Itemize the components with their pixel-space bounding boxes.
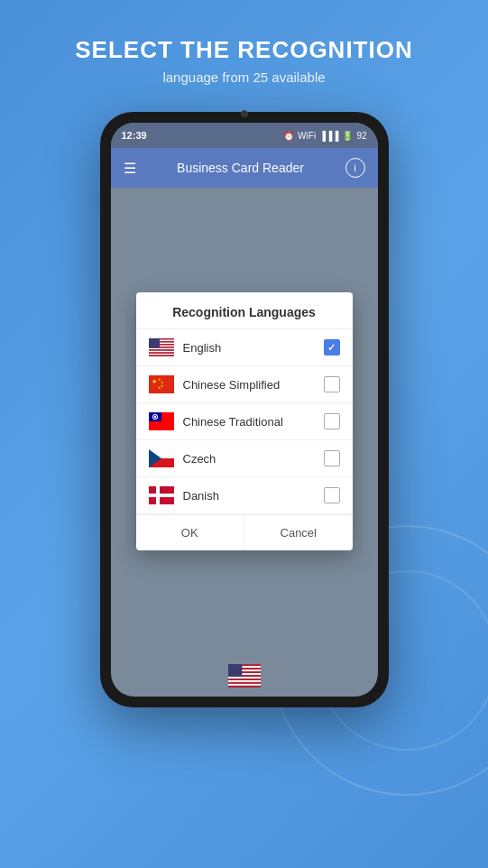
svg-rect-40 (228, 680, 261, 682)
battery-level: 92 (356, 131, 366, 141)
svg-rect-38 (228, 677, 261, 679)
svg-rect-39 (228, 679, 261, 680)
svg-rect-11 (149, 354, 174, 356)
signal-icon: ▐▐▐ (319, 131, 338, 141)
info-icon: i (354, 162, 355, 173)
checkbox-english[interactable] (324, 339, 340, 356)
language-name-chinese-traditional: Chinese Traditional (183, 415, 315, 429)
main-title: SELECT THE RECOGNITION (75, 36, 412, 64)
svg-rect-30 (149, 494, 174, 497)
language-list: English ★ ★ ★ ★ ★ Chinese Simp (136, 329, 353, 514)
dialog-buttons: OK Cancel (136, 514, 353, 550)
camera-dot (241, 110, 248, 117)
app-bar-title: Business Card Reader (145, 161, 336, 175)
app-bar: ☰ Business Card Reader i (111, 148, 378, 188)
flag-cz (149, 449, 174, 467)
flag-dk (149, 486, 174, 504)
battery-icon: 🔋 (342, 131, 353, 141)
recognition-dialog: Recognition Languages (136, 292, 353, 550)
language-name-english: English (183, 341, 315, 355)
language-name-danish: Danish (183, 489, 315, 503)
language-item-chinese-simplified[interactable]: ★ ★ ★ ★ ★ Chinese Simplified (136, 366, 353, 403)
svg-point-24 (153, 416, 155, 418)
svg-rect-13 (149, 338, 160, 348)
phone-frame: 12:39 ⏰ WiFi ▐▐▐ 🔋 92 ☰ Business Card Re… (100, 112, 389, 707)
flag-cn: ★ ★ ★ ★ ★ (149, 375, 174, 393)
alarm-icon: ⏰ (283, 131, 294, 141)
svg-rect-12 (149, 355, 174, 356)
svg-rect-42 (228, 684, 261, 686)
screen-content: Recognition Languages (111, 188, 378, 655)
cancel-button[interactable]: Cancel (244, 515, 353, 550)
status-bar: 12:39 ⏰ WiFi ▐▐▐ 🔋 92 (111, 123, 378, 148)
svg-rect-10 (149, 352, 174, 354)
wifi-icon: WiFi (298, 131, 316, 141)
language-item-czech[interactable]: Czech (136, 440, 353, 477)
checkbox-chinese-traditional[interactable] (324, 413, 340, 429)
language-name-czech: Czech (183, 452, 315, 466)
checkbox-czech[interactable] (324, 450, 340, 466)
language-item-danish[interactable]: Danish (136, 477, 353, 514)
ok-button[interactable]: OK (136, 515, 245, 550)
checkbox-danish[interactable] (324, 487, 340, 503)
svg-rect-7 (149, 348, 174, 350)
language-item-chinese-traditional[interactable]: Chinese Traditional (136, 403, 353, 440)
dialog-title: Recognition Languages (136, 292, 353, 329)
subtitle: language from 25 available (75, 69, 412, 85)
flag-tw (149, 412, 174, 430)
info-button[interactable]: i (345, 158, 365, 178)
svg-text:★: ★ (152, 378, 157, 384)
language-name-chinese-simplified: Chinese Simplified (183, 378, 315, 392)
svg-rect-8 (149, 349, 174, 351)
flag-us (149, 338, 174, 356)
checkbox-chinese-simplified[interactable] (324, 376, 340, 392)
bottom-flag-us (228, 664, 261, 688)
svg-rect-41 (228, 682, 261, 684)
svg-rect-44 (228, 664, 242, 677)
svg-rect-43 (228, 686, 261, 688)
hamburger-icon[interactable]: ☰ (124, 160, 136, 177)
bottom-area (111, 655, 378, 697)
header-section: SELECT THE RECOGNITION language from 25 … (57, 0, 430, 103)
svg-rect-9 (149, 351, 174, 353)
language-item-english[interactable]: English (136, 329, 353, 366)
svg-text:★: ★ (158, 385, 161, 390)
status-time: 12:39 (122, 130, 147, 141)
phone-screen: 12:39 ⏰ WiFi ▐▐▐ 🔋 92 ☰ Business Card Re… (111, 123, 378, 697)
status-icons: ⏰ WiFi ▐▐▐ 🔋 92 (283, 131, 366, 141)
